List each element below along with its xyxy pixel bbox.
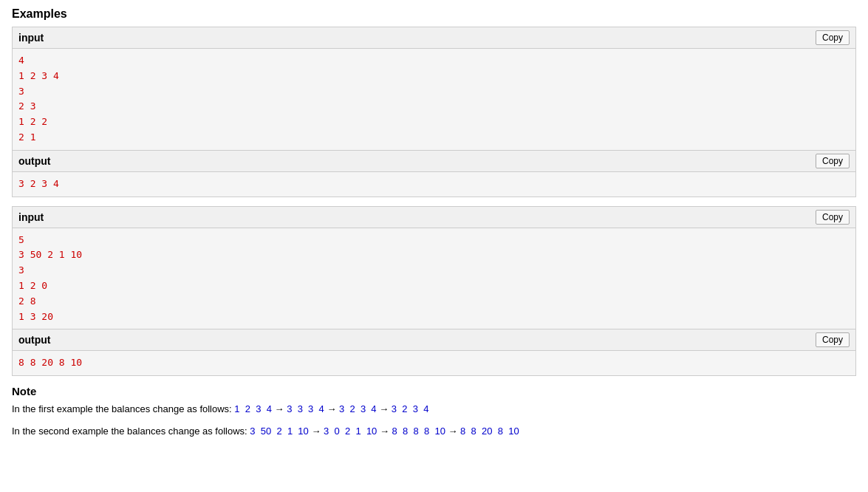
output-line-1-1: 3 2 3 4: [18, 178, 59, 189]
input-line-1-3: 3: [18, 86, 24, 97]
example-block-2: input Copy 5 3 50 2 1 10 3 1 2 0 2 8 1 3…: [12, 206, 856, 377]
note-line1-arrow3: →: [377, 403, 392, 414]
note-line2-seq4: 8 8 20 8 10: [460, 426, 519, 437]
note-line1-arrow2: →: [324, 403, 339, 414]
output-label-2: output: [18, 334, 51, 346]
input-content-1: 4 1 2 3 4 3 2 3 1 2 2 2 1: [13, 49, 855, 150]
input-line-2-5: 2 8: [18, 295, 35, 307]
input-label-1: input: [18, 32, 44, 44]
input-header-1: input Copy: [13, 27, 855, 49]
output-content-2: 8 8 20 8 10: [13, 351, 855, 375]
input-line-2-2: 3 50 2 1 10: [18, 249, 82, 260]
input-line-1-6: 2 1: [18, 131, 35, 143]
note-line1-seq2: 3 3 3 4: [287, 403, 324, 414]
input-line-2-3: 3: [18, 264, 24, 276]
output-header-2: output Copy: [13, 329, 855, 351]
output-label-1: output: [18, 155, 51, 167]
input-line-2-1: 5: [18, 234, 24, 245]
note-title: Note: [12, 385, 856, 397]
copy-output-button-2[interactable]: Copy: [816, 332, 850, 347]
copy-input-button-2[interactable]: Copy: [816, 210, 850, 225]
note-line1-seq4: 3 2 3 4: [392, 403, 429, 414]
note-line2-arrow1: →: [309, 426, 324, 437]
note-line2-seq3: 8 8 8 8 10: [392, 426, 445, 437]
example-block-1: input Copy 4 1 2 3 4 3 2 3 1 2 2 2 1 out…: [12, 27, 856, 197]
input-label-2: input: [18, 211, 44, 223]
note-line1-seq1: 1 2 3 4: [234, 403, 272, 414]
section-title: Examples: [12, 7, 856, 21]
output-line-2-1: 8 8 20 8 10: [18, 357, 82, 368]
note-line2-arrow2: →: [377, 426, 392, 437]
input-header-2: input Copy: [13, 207, 855, 228]
note-line-1: In the first example the balances change…: [12, 400, 856, 417]
copy-output-button-1[interactable]: Copy: [816, 154, 850, 168]
note-line1-arrow1: →: [272, 403, 287, 414]
copy-input-button-1[interactable]: Copy: [816, 30, 850, 45]
note-section: Note In the first example the balances c…: [12, 385, 856, 440]
input-line-1-2: 1 2 3 4: [18, 70, 59, 81]
note-line2-prefix: In the second example the balances chang…: [12, 426, 250, 437]
note-line1-seq3: 3 2 3 4: [339, 403, 377, 414]
input-line-1-5: 1 2 2: [18, 116, 47, 127]
output-content-1: 3 2 3 4: [13, 172, 855, 197]
input-line-2-6: 1 3 20: [18, 311, 53, 322]
note-line2-seq1: 3 50 2 1 10: [250, 426, 309, 437]
input-line-1-4: 2 3: [18, 100, 35, 112]
input-line-1-1: 4: [18, 55, 24, 66]
input-content-2: 5 3 50 2 1 10 3 1 2 0 2 8 1 3 20: [13, 228, 855, 329]
note-line-2: In the second example the balances chang…: [12, 423, 856, 440]
input-line-2-4: 1 2 0: [18, 280, 47, 291]
note-line1-prefix: In the first example the balances change…: [12, 403, 234, 414]
note-line2-arrow3: →: [445, 426, 460, 437]
output-header-1: output Copy: [13, 150, 855, 172]
note-line2-seq2: 3 0 2 1 10: [324, 426, 377, 437]
